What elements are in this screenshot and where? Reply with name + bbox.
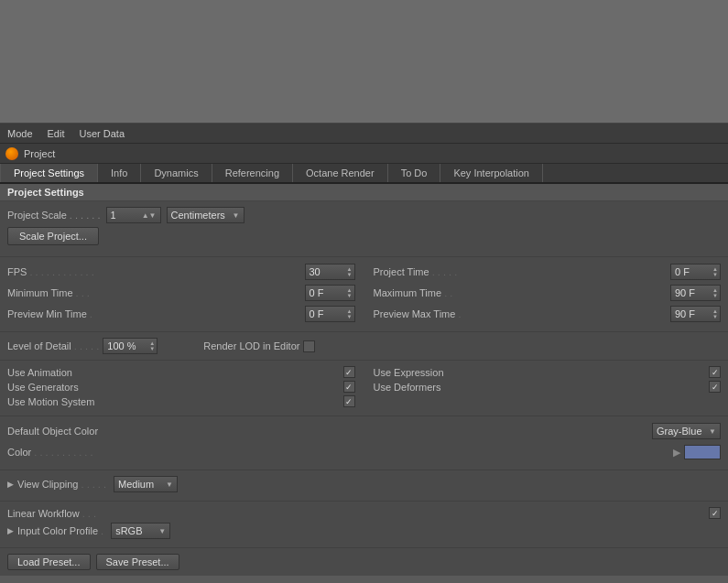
use-expression-checkbox[interactable] bbox=[709, 366, 721, 378]
color-preview[interactable] bbox=[684, 445, 721, 459]
checkboxes-section: Use Animation Use Generators Use Motion … bbox=[0, 361, 728, 416]
scale-project-button[interactable]: Scale Project... bbox=[7, 227, 99, 245]
preview-max-time-spinner[interactable]: 90 F ▲▼ bbox=[670, 306, 721, 322]
use-animation-checkbox[interactable] bbox=[343, 366, 355, 378]
fps-spinner[interactable]: 30 ▲▼ bbox=[305, 264, 355, 280]
lod-label: Level of Detail . . . . . bbox=[7, 340, 99, 351]
menu-userdata[interactable]: User Data bbox=[80, 128, 125, 139]
maximum-time-spinner[interactable]: 90 F ▲▼ bbox=[670, 285, 721, 301]
input-color-profile-label: Input Color Profile . bbox=[17, 525, 103, 536]
menu-mode[interactable]: Mode bbox=[7, 128, 33, 139]
tab-dynamics[interactable]: Dynamics bbox=[141, 164, 212, 182]
tab-project-settings[interactable]: Project Settings bbox=[0, 164, 98, 182]
render-lod-checkbox[interactable] bbox=[303, 340, 315, 352]
input-color-profile-select[interactable]: sRGB ▼ bbox=[111, 523, 170, 539]
maximum-time-label: Maximum Time . . bbox=[374, 287, 671, 298]
use-deformers-label: Use Deformers bbox=[374, 382, 706, 393]
section-title: Project Settings bbox=[0, 184, 728, 201]
project-time-label: Project Time . . . . . bbox=[374, 266, 671, 277]
fps-times-section: FPS . . . . . . . . . . . . 30 ▲▼ Minimu… bbox=[0, 257, 728, 332]
lod-spinner[interactable]: 100 % ▲▼ bbox=[103, 338, 158, 354]
view-clipping-section: ▶ View Clipping . . . . . Medium ▼ bbox=[0, 470, 728, 502]
use-motion-system-checkbox[interactable] bbox=[343, 395, 355, 407]
use-generators-label: Use Generators bbox=[7, 382, 340, 393]
use-generators-checkbox[interactable] bbox=[343, 381, 355, 393]
tab-todo[interactable]: To Do bbox=[388, 164, 441, 182]
left-col: FPS . . . . . . . . . . . . 30 ▲▼ Minimu… bbox=[7, 263, 355, 326]
preview-max-time-label: Preview Max Time . bbox=[374, 308, 671, 319]
save-preset-button[interactable]: Save Preset... bbox=[96, 554, 179, 570]
object-color-section: Default Object Color Gray-Blue ▼ Color .… bbox=[0, 416, 728, 470]
default-object-color-label: Default Object Color bbox=[7, 426, 648, 437]
use-expression-label: Use Expression bbox=[374, 367, 706, 378]
tab-referencing[interactable]: Referencing bbox=[212, 164, 293, 182]
preview-min-time-spinner[interactable]: 0 F ▲▼ bbox=[305, 306, 355, 322]
preview-min-time-label: Preview Min Time . bbox=[7, 308, 305, 319]
menu-bar: Mode Edit User Data bbox=[0, 124, 728, 144]
load-preset-button[interactable]: Load Preset... bbox=[7, 554, 91, 570]
viewport-area bbox=[0, 0, 728, 124]
project-time-spinner[interactable]: 0 F ▲▼ bbox=[670, 264, 721, 280]
tab-octane-render[interactable]: Octane Render bbox=[293, 164, 388, 182]
view-clipping-select[interactable]: Medium ▼ bbox=[114, 476, 178, 492]
workflow-section: Linear Workflow . . . ▶ Input Color Prof… bbox=[0, 502, 728, 548]
main-panel: Project Scale . . . . . . 1 ▲▼ Centimete… bbox=[0, 201, 728, 576]
tab-info[interactable]: Info bbox=[98, 164, 141, 182]
project-icon bbox=[5, 147, 18, 160]
use-animation-label: Use Animation bbox=[7, 367, 340, 378]
linear-workflow-checkbox[interactable] bbox=[709, 507, 721, 519]
fps-label: FPS . . . . . . . . . . . . bbox=[7, 266, 305, 277]
tabs-row: Project Settings Info Dynamics Referenci… bbox=[0, 164, 728, 184]
minimum-time-spinner[interactable]: 0 F ▲▼ bbox=[305, 285, 355, 301]
use-deformers-checkbox[interactable] bbox=[709, 381, 721, 393]
preset-buttons-row: Load Preset... Save Preset... bbox=[0, 548, 728, 576]
project-scale-unit-select[interactable]: Centimeters ▼ bbox=[167, 207, 244, 223]
right-col: Project Time . . . . . 0 F ▲▼ Maximum Ti… bbox=[374, 263, 722, 326]
render-lod-label: Render LOD in Editor bbox=[203, 340, 299, 351]
menu-edit[interactable]: Edit bbox=[48, 128, 65, 139]
project-header: Project bbox=[0, 144, 728, 164]
project-label: Project bbox=[24, 148, 55, 159]
project-scale-value-select[interactable]: 1 ▲▼ bbox=[106, 207, 161, 223]
view-clipping-expand-arrow[interactable]: ▶ bbox=[7, 480, 14, 489]
view-clipping-label: View Clipping . . . . . bbox=[17, 479, 106, 490]
tab-key-interpolation[interactable]: Key Interpolation bbox=[440, 164, 543, 182]
minimum-time-label: Minimum Time . . . bbox=[7, 287, 305, 298]
input-color-profile-expand[interactable]: ▶ bbox=[7, 526, 14, 535]
default-object-color-select[interactable]: Gray-Blue ▼ bbox=[652, 423, 721, 439]
use-motion-system-label: Use Motion System bbox=[7, 396, 340, 407]
linear-workflow-label: Linear Workflow . . . bbox=[7, 508, 705, 519]
lod-section: Level of Detail . . . . . 100 % ▲▼ Rende… bbox=[0, 332, 728, 361]
color-label: Color . . . . . . . . . . . bbox=[7, 447, 673, 458]
project-scale-label: Project Scale . . . . . . bbox=[7, 210, 101, 221]
project-scale-section: Project Scale . . . . . . 1 ▲▼ Centimete… bbox=[0, 201, 728, 257]
